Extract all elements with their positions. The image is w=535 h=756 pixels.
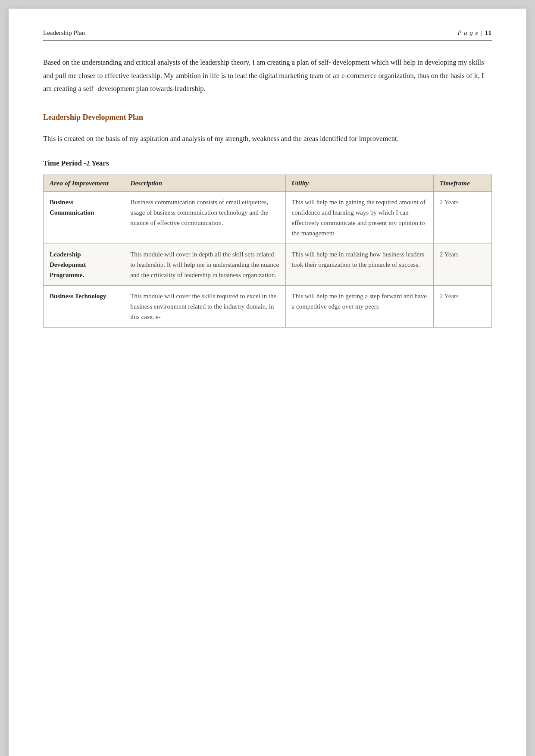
table-cell-utility: This will help me in getting a step forw… (285, 286, 433, 328)
table-cell-description: This module will cover the skills requir… (124, 286, 285, 328)
table-cell-timeframe: 2 Years (433, 286, 491, 328)
col-header-timeframe: Timeframe (433, 175, 491, 192)
table-cell-area: Business Technology (44, 286, 124, 328)
table-row: Business CommunicationBusiness communica… (44, 192, 492, 244)
table-row: Leadership Development Programme.This mo… (44, 244, 492, 286)
table-cell-utility: This will help me in gaining the require… (285, 192, 433, 244)
table-cell-area: Business Communication (44, 192, 124, 244)
col-header-description: Description (124, 175, 285, 192)
section-title: Leadership Development Plan (43, 113, 492, 122)
table-cell-utility: This will help me in realizing how busin… (285, 244, 433, 286)
table-cell-description: This module will cover in depth all the … (124, 244, 285, 286)
page-number: 11 (485, 29, 492, 36)
time-period-label: Time Period -2 Years (43, 159, 492, 168)
table-cell-timeframe: 2 Years (433, 192, 491, 244)
page-prefix: P a g e | (457, 29, 485, 36)
table-cell-area: Leadership Development Programme. (44, 244, 124, 286)
header-left-label: Leadership Plan (43, 29, 85, 37)
table-header-row: Area of Improvement Description Utility … (44, 175, 492, 192)
development-plan-table: Area of Improvement Description Utility … (43, 175, 492, 328)
page-header: Leadership Plan P a g e | 11 (43, 29, 492, 41)
section-subtitle: This is created on the basis of my aspir… (43, 132, 492, 146)
table-cell-description: Business communication consists of email… (124, 192, 285, 244)
intro-paragraph: Based on the understanding and critical … (43, 56, 492, 96)
table-row: Business TechnologyThis module will cove… (44, 286, 492, 328)
col-header-utility: Utility (285, 175, 433, 192)
header-right-label: P a g e | 11 (457, 29, 492, 37)
col-header-area: Area of Improvement (44, 175, 124, 192)
document-page: Leadership Plan P a g e | 11 Based on th… (9, 9, 526, 756)
table-cell-timeframe: 2 Years (433, 244, 491, 286)
